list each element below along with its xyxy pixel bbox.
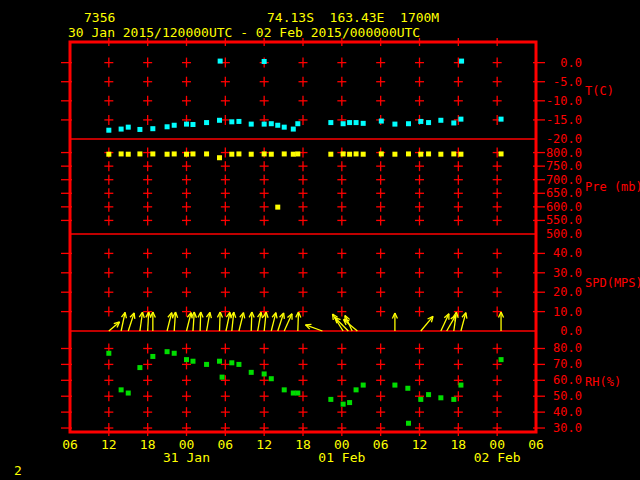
- rh-point: [190, 359, 195, 364]
- axis-tick-label-speed: 40.0: [538, 247, 582, 259]
- axis-tick-label-rh: 30.0: [538, 422, 582, 434]
- pressure-point: [379, 151, 384, 156]
- temp-point: [451, 120, 456, 125]
- rh-point: [392, 383, 397, 388]
- wind-arrow-head: [210, 312, 212, 318]
- temp-point: [295, 121, 300, 126]
- temp-point: [172, 123, 177, 128]
- pressure-point: [406, 151, 411, 156]
- rh-point: [406, 421, 411, 426]
- pressure-point: [341, 151, 346, 156]
- wind-arrow-head: [466, 313, 467, 319]
- rh-point: [184, 357, 189, 362]
- pressure-point: [426, 151, 431, 156]
- time-label: 06: [373, 438, 389, 451]
- temp-point: [438, 118, 443, 123]
- temp-point: [249, 122, 254, 127]
- wind-arrow-head: [172, 313, 173, 319]
- temp-point: [354, 120, 359, 125]
- rh-point: [220, 375, 225, 380]
- pressure-point: [451, 151, 456, 156]
- wind-arrow-head: [134, 313, 135, 319]
- temp-point: [236, 119, 241, 124]
- axis-tick-label-pressure: 550.0: [538, 214, 582, 226]
- pressure-point: [282, 151, 287, 156]
- station-coords: 74.13S 163.43E 1700M: [267, 11, 439, 24]
- rh-point: [229, 360, 234, 365]
- rh-point: [269, 376, 274, 381]
- axis-tick-label-speed: 20.0: [538, 286, 582, 298]
- axis-tick-label-rh: 40.0: [538, 406, 582, 418]
- temp-outlier-point: [459, 59, 464, 64]
- rh-point: [119, 387, 124, 392]
- wind-arrow-head: [234, 312, 236, 318]
- time-label: 12: [101, 438, 117, 451]
- pressure-point: [229, 152, 234, 157]
- pressure-point: [190, 151, 195, 156]
- wind-arrow: [421, 316, 433, 331]
- pressure-point: [262, 151, 267, 156]
- rh-point: [295, 391, 300, 396]
- temp-point: [119, 127, 124, 132]
- pressure-point: [217, 155, 222, 160]
- temp-point: [165, 124, 170, 129]
- temp-point: [204, 120, 209, 125]
- temp-outlier-point: [262, 59, 267, 64]
- axis-unit-label-speed: SPD(MPS): [585, 277, 640, 289]
- pressure-point: [204, 151, 209, 156]
- axis-tick-label-pressure: 600.0: [538, 201, 582, 213]
- rh-point: [150, 354, 155, 359]
- pressure-point: [126, 152, 131, 157]
- temp-point: [418, 119, 423, 124]
- pressure-point: [438, 152, 443, 157]
- time-label: 18: [140, 438, 156, 451]
- pressure-point: [137, 151, 142, 156]
- temp-point: [275, 123, 280, 128]
- rh-point: [347, 400, 352, 405]
- temp-point: [217, 118, 222, 123]
- temp-outlier-point: [218, 59, 223, 64]
- wind-arrow-head: [276, 313, 277, 319]
- wind-arrow: [220, 312, 221, 331]
- axis-tick-label-speed: 0.0: [538, 325, 582, 337]
- temp-point: [229, 119, 234, 124]
- rh-point: [499, 357, 504, 362]
- temp-point: [406, 121, 411, 126]
- temp-point: [458, 117, 463, 122]
- temp-point: [291, 127, 296, 132]
- wind-arrow-head: [306, 324, 312, 325]
- pressure-point: [249, 152, 254, 157]
- rh-point: [137, 365, 142, 370]
- wind-arrow: [344, 319, 358, 331]
- date-label: 01 Feb: [318, 451, 365, 464]
- axis-tick-label-rh: 50.0: [538, 390, 582, 402]
- temp-point: [347, 120, 352, 125]
- temp-point: [392, 122, 397, 127]
- pressure-point: [328, 152, 333, 157]
- axis-tick-label-pressure: 800.0: [538, 147, 582, 159]
- axis-tick-label-pressure: 650.0: [538, 187, 582, 199]
- rh-point: [354, 387, 359, 392]
- pressure-point: [347, 152, 352, 157]
- axis-unit-label-pressure: Pre (mb): [585, 181, 640, 193]
- rh-point: [236, 362, 241, 367]
- pressure-point: [236, 151, 241, 156]
- pressure-point: [354, 151, 359, 156]
- pressure-point: [275, 205, 280, 210]
- temp-point: [269, 121, 274, 126]
- pressure-point: [458, 152, 463, 157]
- wind-arrow-head: [261, 312, 263, 318]
- axis-tick-label-temp: -5.0: [538, 76, 582, 88]
- temp-point: [126, 125, 131, 130]
- pressure-point: [418, 152, 423, 157]
- rh-point: [126, 391, 131, 396]
- time-label: 18: [451, 438, 467, 451]
- time-label: 06: [528, 438, 544, 451]
- axis-unit-label-rh: RH(%): [585, 376, 621, 388]
- wind-arrow: [251, 312, 252, 331]
- axis-unit-label-temp: T(C): [585, 85, 614, 97]
- axis-tick-label-rh: 60.0: [538, 374, 582, 386]
- axis-tick-label-rh: 70.0: [538, 358, 582, 370]
- pressure-point: [392, 152, 397, 157]
- axis-tick-label-pressure: 700.0: [538, 174, 582, 186]
